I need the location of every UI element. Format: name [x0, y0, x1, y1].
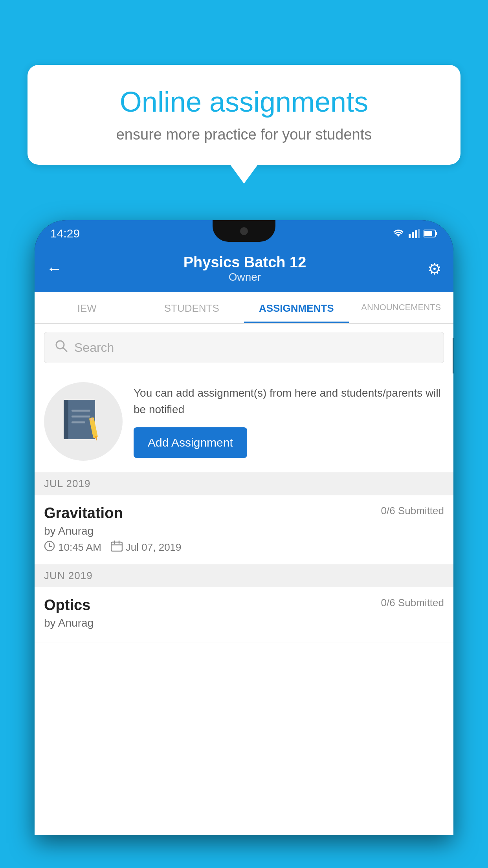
svg-rect-7: [436, 232, 437, 235]
assignment-item-gravitation[interactable]: Gravitation 0/6 Submitted by Anurag: [35, 495, 453, 564]
svg-rect-2: [412, 232, 414, 238]
svg-rect-12: [72, 410, 90, 412]
assignment-time: 10:45 AM: [44, 541, 101, 554]
svg-rect-1: [409, 234, 411, 238]
month-separator-jul: JUL 2019: [35, 472, 453, 495]
wifi-icon: [392, 229, 405, 238]
camera-dot: [240, 227, 248, 235]
status-time: 14:29: [50, 227, 80, 240]
header-center: Physics Batch 12 Owner: [183, 254, 306, 283]
gear-icon[interactable]: ⚙: [427, 260, 442, 278]
month-separator-jun: JUN 2019: [35, 564, 453, 587]
notebook-icon: [62, 398, 105, 445]
header-title: Physics Batch 12: [183, 254, 306, 271]
add-assignment-button[interactable]: Add Assignment: [134, 427, 247, 458]
svg-marker-0: [396, 234, 401, 237]
phone-content: Search: [35, 324, 453, 835]
phone-mockup: 14:29: [35, 220, 453, 868]
search-bar[interactable]: Search: [44, 332, 444, 363]
assignment-date-value: Jul 07, 2019: [126, 541, 182, 554]
promo-text: You can add assignment(s) from here and …: [134, 385, 444, 418]
svg-rect-21: [111, 542, 122, 551]
tab-iew[interactable]: IEW: [35, 292, 139, 323]
speech-bubble-container: Online assignments ensure more practice …: [28, 65, 460, 165]
assignment-submitted: 0/6 Submitted: [381, 505, 444, 517]
svg-rect-6: [424, 231, 432, 236]
tabs-bar: IEW STUDENTS ASSIGNMENTS ANNOUNCEMENTS: [35, 292, 453, 324]
assignment-top-row: Gravitation 0/6 Submitted: [44, 505, 444, 522]
assignment-top-row-optics: Optics 0/6 Submitted: [44, 597, 444, 614]
app-header: ← Physics Batch 12 Owner ⚙: [35, 247, 453, 292]
assignment-by-optics: by Anurag: [44, 617, 444, 629]
assignment-name: Gravitation: [44, 505, 123, 522]
assignment-by: by Anurag: [44, 525, 444, 537]
promo-icon-circle: [44, 382, 123, 461]
speech-bubble: Online assignments ensure more practice …: [28, 65, 460, 165]
svg-rect-3: [415, 230, 417, 238]
signal-icon: [409, 229, 420, 238]
status-icons: [392, 229, 438, 238]
search-placeholder: Search: [74, 340, 114, 355]
speech-bubble-title: Online assignments: [51, 86, 437, 118]
phone-outer: 14:29: [35, 220, 453, 835]
notch: [213, 220, 275, 242]
svg-rect-11: [64, 400, 68, 439]
assignment-submitted-optics: 0/6 Submitted: [381, 597, 444, 609]
search-icon: [55, 339, 68, 356]
assignment-date: Jul 07, 2019: [111, 541, 182, 554]
back-button[interactable]: ←: [46, 260, 62, 278]
assignment-time-value: 10:45 AM: [58, 541, 101, 554]
assignment-item-optics[interactable]: Optics 0/6 Submitted by Anurag: [35, 587, 453, 642]
svg-rect-13: [72, 416, 90, 417]
promo-right: You can add assignment(s) from here and …: [134, 385, 444, 458]
search-container: Search: [35, 324, 453, 371]
speech-bubble-subtitle: ensure more practice for your students: [51, 126, 437, 143]
header-subtitle: Owner: [183, 271, 306, 283]
tab-assignments[interactable]: ASSIGNMENTS: [244, 292, 349, 323]
phone-side-button: [453, 338, 453, 373]
svg-rect-4: [418, 229, 420, 238]
svg-rect-14: [72, 421, 85, 423]
assignment-name-optics: Optics: [44, 597, 90, 614]
svg-line-9: [63, 348, 67, 351]
tab-students[interactable]: STUDENTS: [139, 292, 244, 323]
calendar-icon: [111, 541, 123, 554]
assignment-promo: You can add assignment(s) from here and …: [35, 371, 453, 472]
battery-icon: [424, 229, 438, 238]
tab-announcements[interactable]: ANNOUNCEMENTS: [349, 292, 454, 323]
clock-icon: [44, 541, 55, 554]
assignment-meta: 10:45 AM Jul 07, 2019: [44, 541, 444, 554]
